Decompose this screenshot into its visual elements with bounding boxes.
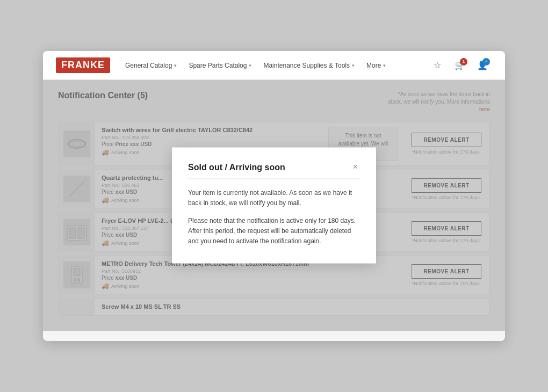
chevron-icon: ▾ — [352, 63, 355, 68]
modal-close-button[interactable]: × — [351, 162, 360, 171]
main-content: Notification Center (5) *As soon as we h… — [43, 80, 505, 331]
nav-item-general-catalog[interactable]: General Catalog ▾ — [120, 59, 182, 72]
modal-dialog: Sold out / Arriving soon × Your item is … — [172, 147, 376, 264]
nav-icons: ☆ 🛒 1 👤 · — [428, 56, 492, 75]
star-icon: ☆ — [434, 60, 441, 70]
browser-window: FRANKE General Catalog ▾ Spare Parts Cat… — [43, 51, 505, 341]
modal-header: Sold out / Arriving soon × — [188, 162, 360, 172]
nav-item-more[interactable]: More ▾ — [361, 59, 391, 72]
cart-badge: 1 — [460, 58, 467, 66]
nav-item-maintenance[interactable]: Maintenance Supplies & Tools ▾ — [258, 59, 360, 72]
chevron-icon: ▾ — [383, 63, 386, 68]
nav-item-spare-parts[interactable]: Spare Parts Catalog ▾ — [183, 59, 257, 72]
cart-button[interactable]: 🛒 1 — [450, 56, 470, 75]
user-badge: · — [482, 58, 490, 66]
chevron-icon: ▾ — [174, 63, 177, 68]
user-button[interactable]: 👤 · — [473, 56, 492, 75]
modal-paragraph-1: Your item is currently not available. As… — [188, 187, 360, 208]
navbar: FRANKE General Catalog ▾ Spare Parts Cat… — [43, 51, 505, 80]
logo: FRANKE — [56, 57, 110, 73]
wishlist-button[interactable]: ☆ — [428, 56, 447, 75]
nav-items: General Catalog ▾ Spare Parts Catalog ▾ … — [120, 59, 418, 72]
chevron-icon: ▾ — [249, 63, 251, 68]
modal-paragraph-2: Please note that the notification is act… — [188, 215, 360, 246]
modal-title: Sold out / Arriving soon — [188, 162, 285, 172]
modal-divider — [188, 178, 360, 179]
modal-body: Your item is currently not available. As… — [188, 187, 360, 246]
